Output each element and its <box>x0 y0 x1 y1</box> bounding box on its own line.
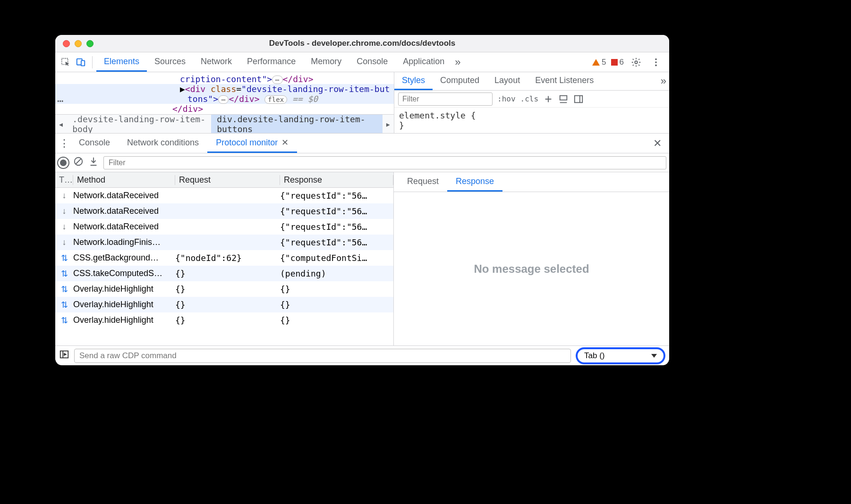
col-method[interactable]: Method <box>73 175 175 185</box>
svg-point-4 <box>655 58 657 60</box>
cell-response: (pending) <box>280 269 393 278</box>
col-response[interactable]: Response <box>280 175 393 185</box>
minimize-window-button[interactable] <box>75 40 82 47</box>
table-row[interactable]: ⇅Overlay.hideHighlight{}{} <box>55 281 393 297</box>
toggle-sidebar-icon[interactable] <box>59 349 69 362</box>
pm-body: T… Method Request Response ↓Network.data… <box>55 172 669 345</box>
flex-badge[interactable]: flex <box>264 95 287 104</box>
table-row[interactable]: ↓Network.dataReceived{"requestId":"56… <box>55 203 393 219</box>
device-toolbar-icon[interactable] <box>73 55 88 70</box>
hov-toggle[interactable]: :hov <box>497 94 516 103</box>
cell-response: {"requestId":"56… <box>280 191 393 201</box>
more-tabs-icon[interactable]: » <box>452 56 463 68</box>
svg-rect-8 <box>575 95 583 102</box>
cls-toggle[interactable]: .cls <box>520 94 539 103</box>
tab-styles[interactable]: Styles <box>394 72 433 90</box>
titlebar: DevTools - developer.chrome.com/docs/dev… <box>55 35 669 52</box>
table-row[interactable]: ↓Network.dataReceived{"requestId":"56… <box>55 219 393 235</box>
pm-table-header: T… Method Request Response <box>55 172 393 188</box>
new-style-rule-icon[interactable] <box>543 94 553 104</box>
target-selector-label: Tab () <box>584 351 604 361</box>
dom-selected-line[interactable]: ▶<div class="devsite-landing-row-item-bu… <box>55 84 394 94</box>
table-row[interactable]: ⇅Overlay.hideHighlight{}{} <box>55 312 393 328</box>
drawer-tab-network-conditions[interactable]: Network conditions <box>119 134 207 153</box>
drawer-menu-icon[interactable]: ⋮ <box>58 137 70 150</box>
warnings-count: 5 <box>602 58 606 67</box>
close-drawer-icon[interactable]: ✕ <box>648 137 666 150</box>
cell-method: Network.dataReceived <box>73 222 175 232</box>
cell-response: {"requestId":"56… <box>280 237 393 247</box>
more-ancestors-icon[interactable]: ⋯ <box>57 95 64 107</box>
inspect-element-icon[interactable] <box>58 55 73 70</box>
drawer-tabs: ⋮ Console Network conditions Protocol mo… <box>55 134 669 153</box>
breadcrumb-item-selected[interactable]: div.devsite-landing-row-item-buttons <box>211 115 382 133</box>
dom-tree[interactable]: ⋯ cription-content">⋯</div> ▶<div class=… <box>55 72 394 133</box>
errors-badge[interactable]: 6 <box>611 58 624 67</box>
styles-pane: Styles Computed Layout Event Listeners »… <box>394 72 669 133</box>
arrow-down-icon: ↓ <box>55 237 73 247</box>
cell-method: Overlay.hideHighlight <box>73 300 175 310</box>
window-title: DevTools - developer.chrome.com/docs/dev… <box>55 39 669 48</box>
table-row[interactable]: ↓Network.loadingFinis…{"requestId":"56… <box>55 235 393 250</box>
table-row[interactable]: ↓Network.dataReceived{"requestId":"56… <box>55 188 393 203</box>
dom-selected-line-2: tons">⋯</div> flex == $0 <box>55 94 394 104</box>
warnings-badge[interactable]: 5 <box>592 58 606 67</box>
arrow-updown-icon: ⇅ <box>55 300 73 310</box>
arrow-down-icon: ↓ <box>55 206 73 216</box>
tab-console[interactable]: Console <box>349 52 395 72</box>
cell-method: CSS.getBackground… <box>73 253 175 263</box>
table-row[interactable]: ⇅CSS.getBackground…{"nodeId":62}{"comput… <box>55 250 393 266</box>
detail-tab-request[interactable]: Request <box>399 172 447 192</box>
breadcrumb-left-icon[interactable]: ◂ <box>55 118 67 130</box>
more-style-tabs-icon[interactable]: » <box>658 75 669 87</box>
kebab-menu-icon[interactable] <box>648 55 664 70</box>
flexbox-editor-icon[interactable] <box>558 94 569 104</box>
styles-filter-input[interactable] <box>398 92 493 106</box>
table-row[interactable]: ⇅Overlay.hideHighlight{}{} <box>55 297 393 312</box>
arrow-updown-icon: ⇅ <box>55 269 73 279</box>
target-selector[interactable]: Tab () <box>576 347 665 364</box>
close-window-button[interactable] <box>63 40 70 47</box>
tab-performance[interactable]: Performance <box>239 52 303 72</box>
zoom-window-button[interactable] <box>86 40 94 47</box>
warning-icon <box>592 59 600 66</box>
cell-method: Overlay.hideHighlight <box>73 315 175 325</box>
tab-sources[interactable]: Sources <box>147 52 193 72</box>
cdp-command-input[interactable] <box>74 349 571 363</box>
detail-tab-response[interactable]: Response <box>447 172 502 192</box>
svg-point-5 <box>655 61 657 63</box>
record-icon[interactable] <box>58 158 68 168</box>
close-tab-icon[interactable]: ✕ <box>281 137 289 148</box>
arrow-updown-icon: ⇅ <box>55 284 73 294</box>
computed-sidebar-icon[interactable] <box>573 94 584 104</box>
cell-request: {} <box>175 300 280 310</box>
tab-memory[interactable]: Memory <box>303 52 349 72</box>
table-row[interactable]: ⇅CSS.takeComputedS…{}(pending) <box>55 266 393 281</box>
cell-method: Network.loadingFinis… <box>73 237 175 247</box>
clear-icon[interactable] <box>73 156 84 169</box>
style-rule[interactable]: element.style { } <box>394 108 669 133</box>
dom-line: cription-content">⋯</div> <box>180 74 394 84</box>
col-time[interactable]: T… <box>55 175 73 185</box>
save-icon[interactable] <box>88 156 99 169</box>
pm-detail-tabs: Request Response <box>394 172 669 192</box>
tab-application[interactable]: Application <box>395 52 452 72</box>
tab-event-listeners[interactable]: Event Listeners <box>528 72 601 90</box>
tab-network[interactable]: Network <box>193 52 239 72</box>
col-request[interactable]: Request <box>175 175 280 185</box>
tab-elements[interactable]: Elements <box>96 52 147 72</box>
devtools-window: DevTools - developer.chrome.com/docs/dev… <box>55 35 669 365</box>
pm-filter-input[interactable] <box>103 156 666 169</box>
arrow-updown-icon: ⇅ <box>55 253 73 263</box>
gear-icon[interactable] <box>629 55 644 70</box>
arrow-down-icon: ↓ <box>55 222 73 232</box>
breadcrumb-right-icon[interactable]: ▸ <box>383 118 394 130</box>
tab-layout[interactable]: Layout <box>487 72 528 90</box>
drawer-tab-console[interactable]: Console <box>70 134 119 153</box>
svg-rect-7 <box>560 95 567 100</box>
tab-computed[interactable]: Computed <box>433 72 487 90</box>
breadcrumb-item[interactable]: .devsite-landing-row-item-body <box>67 115 211 133</box>
cell-response: {"requestId":"56… <box>280 206 393 216</box>
style-rule-close: } <box>399 120 664 130</box>
drawer-tab-protocol-monitor[interactable]: Protocol monitor✕ <box>207 134 297 153</box>
